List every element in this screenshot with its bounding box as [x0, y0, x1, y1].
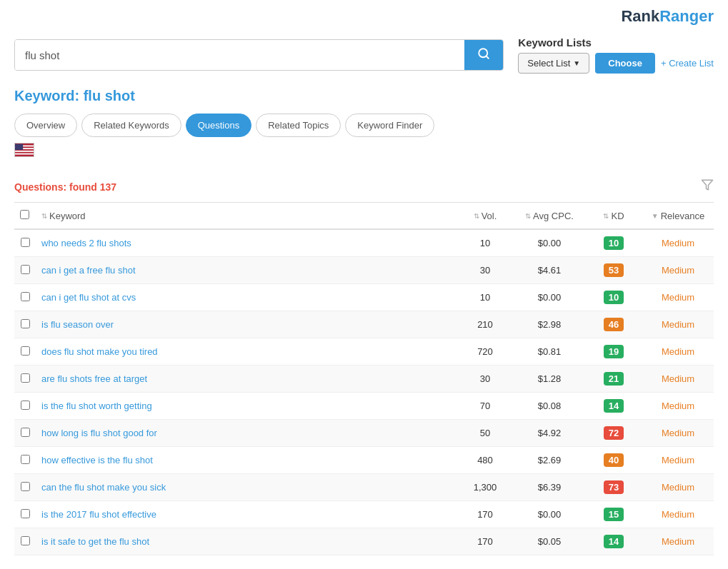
select-list-label: Select List	[527, 58, 570, 69]
row-vol-cell: 30	[457, 257, 514, 284]
filter-icon[interactable]	[701, 178, 714, 195]
table-body: who needs 2 flu shots 10 $0.00 10 Medium…	[14, 229, 714, 555]
search-button[interactable]	[464, 40, 503, 70]
row-checkbox-10[interactable]	[21, 509, 30, 518]
row-checkbox-3[interactable]	[21, 319, 30, 328]
row-checkbox-6[interactable]	[21, 401, 30, 410]
tab-overview[interactable]: Overview	[14, 114, 77, 137]
select-all-checkbox[interactable]	[20, 210, 29, 219]
row-checkbox-8[interactable]	[21, 455, 30, 464]
row-vol-cell: 70	[457, 393, 514, 420]
row-kd-cell: 40	[585, 447, 642, 474]
choose-button[interactable]: Choose	[595, 53, 655, 74]
select-list-button[interactable]: Select List ▼	[518, 53, 589, 74]
table-row: can i get a free flu shot 30 $4.61 53 Me…	[14, 257, 714, 284]
row-checkbox-9[interactable]	[21, 482, 30, 491]
table-row: is the flu shot worth getting 70 $0.08 1…	[14, 393, 714, 420]
keyword-link-3[interactable]: is flu season over	[41, 319, 114, 330]
row-checkbox-2[interactable]	[21, 292, 30, 301]
row-keyword-cell: does flu shot make you tired	[36, 338, 457, 366]
row-vol-cell: 1,300	[457, 474, 514, 501]
th-cpc-label[interactable]: Avg CPC.	[533, 211, 574, 221]
keyword-link-10[interactable]: is the 2017 flu shot effective	[41, 509, 156, 520]
keyword-title: Keyword: flu shot	[14, 88, 135, 104]
row-checkbox-4[interactable]	[21, 346, 30, 356]
table-row: is the 2017 flu shot effective 170 $0.00…	[14, 501, 714, 528]
keyword-link-2[interactable]: can i get flu shot at cvs	[41, 292, 136, 303]
tab-related-topics[interactable]: Related Topics	[256, 114, 341, 137]
th-kd-label[interactable]: KD	[611, 211, 624, 221]
row-cpc-cell: $4.92	[514, 420, 585, 447]
row-keyword-cell: is the flu shot worth getting	[36, 393, 457, 420]
row-keyword-cell: is flu season over	[36, 311, 457, 338]
row-checkbox-5[interactable]	[21, 373, 30, 383]
table-row: how effective is the flu shot 480 $2.69 …	[14, 447, 714, 474]
keyword-link-11[interactable]: is it safe to get the flu shot	[41, 536, 149, 547]
tab-questions[interactable]: Questions	[186, 114, 252, 137]
row-vol-cell: 30	[457, 366, 514, 393]
table-row: does flu shot make you tired 720 $0.81 1…	[14, 338, 714, 366]
row-keyword-cell: who needs 2 flu shots	[36, 229, 457, 257]
th-vol-label[interactable]: Vol.	[482, 211, 497, 221]
create-list-link[interactable]: + Create List	[661, 58, 714, 69]
row-checkbox-cell	[14, 501, 36, 528]
tab-keyword-finder[interactable]: Keyword Finder	[345, 114, 434, 137]
row-kd-cell: 19	[585, 338, 642, 366]
row-checkbox-cell	[14, 528, 36, 555]
keyword-link-5[interactable]: are flu shots free at target	[41, 373, 147, 384]
row-checkbox-0[interactable]	[21, 238, 30, 247]
kd-badge-11: 14	[604, 535, 624, 548]
th-keyword-label[interactable]: Keyword	[49, 211, 86, 221]
row-keyword-cell: can the flu shot make you sick	[36, 474, 457, 501]
kd-badge-8: 40	[604, 453, 624, 467]
table-header-row: ⇅ Keyword ⇅ Vol. ⇅ Avg CPC.	[14, 203, 714, 229]
table-row: is flu season over 210 $2.98 46 Medium	[14, 311, 714, 338]
row-kd-cell: 10	[585, 284, 642, 311]
row-kd-cell: 46	[585, 311, 642, 338]
row-cpc-cell: $6.39	[514, 474, 585, 501]
th-relevance-label[interactable]: Relevance	[661, 211, 704, 221]
search-icon	[477, 47, 490, 60]
row-relevance-cell: Medium	[642, 284, 714, 311]
kd-badge-0: 10	[604, 236, 624, 250]
keyword-link-7[interactable]: how long is flu shot good for	[41, 428, 157, 438]
row-vol-cell: 720	[457, 338, 514, 366]
kd-badge-9: 73	[604, 480, 624, 494]
row-relevance-cell: Medium	[642, 366, 714, 393]
row-checkbox-11[interactable]	[21, 536, 30, 545]
flag-icon[interactable]	[14, 143, 34, 157]
search-input[interactable]	[15, 40, 464, 70]
row-kd-cell: 14	[585, 393, 642, 420]
keyword-link-9[interactable]: can the flu shot make you sick	[41, 482, 166, 493]
svg-line-1	[487, 56, 489, 58]
svg-rect-6	[15, 153, 34, 155]
th-keyword: ⇅ Keyword	[36, 203, 457, 229]
results-label: Questions:	[14, 181, 66, 193]
row-cpc-cell: $0.81	[514, 338, 585, 366]
svg-rect-5	[15, 151, 34, 152]
row-checkbox-cell	[14, 393, 36, 420]
row-relevance-cell: Medium	[642, 338, 714, 366]
kd-sort-icon: ⇅	[603, 212, 609, 220]
keyword-link-1[interactable]: can i get a free flu shot	[41, 265, 136, 276]
row-cpc-cell: $4.61	[514, 257, 585, 284]
row-kd-cell: 21	[585, 366, 642, 393]
row-kd-cell: 10	[585, 229, 642, 257]
keyword-lists-controls: Select List ▼ Choose + Create List	[518, 53, 714, 74]
keyword-link-0[interactable]: who needs 2 flu shots	[41, 238, 131, 248]
row-cpc-cell: $0.08	[514, 393, 585, 420]
row-vol-cell: 50	[457, 420, 514, 447]
row-checkbox-cell	[14, 420, 36, 447]
row-checkbox-1[interactable]	[21, 265, 30, 274]
tab-related-keywords[interactable]: Related Keywords	[81, 114, 181, 137]
row-checkbox-7[interactable]	[21, 428, 30, 437]
row-keyword-cell: is the 2017 flu shot effective	[36, 501, 457, 528]
keyword-link-6[interactable]: is the flu shot worth getting	[41, 401, 152, 411]
usa-flag-icon	[15, 143, 34, 156]
svg-rect-7	[15, 144, 23, 150]
row-relevance-cell: Medium	[642, 447, 714, 474]
keyword-link-4[interactable]: does flu shot make you tired	[41, 346, 158, 357]
row-vol-cell: 10	[457, 229, 514, 257]
keyword-link-8[interactable]: how effective is the flu shot	[41, 455, 153, 465]
keyword-lists-label: Keyword Lists	[518, 36, 714, 49]
